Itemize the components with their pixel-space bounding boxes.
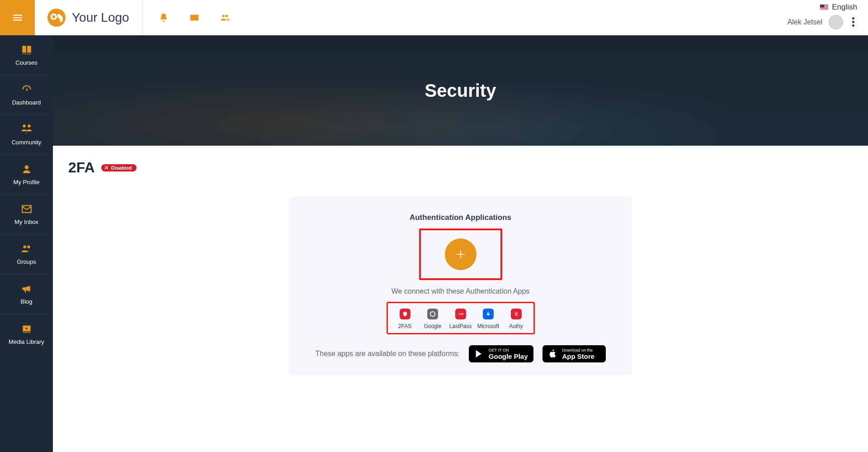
app-label: Google: [424, 323, 442, 329]
user-icon: [21, 163, 33, 175]
sidebar-item-label: Blog: [20, 298, 32, 305]
status-badge: Disabled: [101, 164, 137, 171]
megaphone-icon: [21, 283, 33, 295]
media-icon: [21, 323, 33, 335]
app-label: Microsoft: [477, 323, 500, 329]
plus-icon: [455, 248, 467, 260]
sidebar-item-label: Community: [12, 139, 42, 146]
top-right: English Alek Jetsel: [788, 3, 857, 29]
sidebar-item-label: Dashboard: [12, 99, 41, 106]
mail-icon[interactable]: [189, 13, 199, 23]
book-icon: [21, 44, 33, 56]
google-play-big: Google Play: [489, 353, 528, 360]
app-google: Google: [419, 309, 446, 329]
app-2fas: 2FAS: [392, 309, 419, 329]
app-label: 2FAS: [398, 323, 411, 329]
logo-text: Your Logo: [72, 10, 129, 25]
close-icon: [104, 165, 109, 171]
gauge-icon: [21, 84, 33, 95]
sidebar-item-groups[interactable]: Groups: [0, 234, 53, 274]
top-bar: Your Logo English Alek Jetsel: [0, 0, 868, 35]
app-label: Authy: [509, 323, 523, 329]
auth-apps-panel: Authentication Applications We connect w…: [289, 197, 632, 375]
platforms-row: These apps are available on these platfo…: [305, 345, 616, 362]
content: 2FA Disabled Authentication Applications…: [53, 146, 868, 452]
2fas-icon: [400, 309, 410, 319]
status-badge-label: Disabled: [111, 165, 132, 171]
app-lastpass: LastPass: [447, 309, 474, 329]
logo[interactable]: Your Logo: [35, 0, 142, 35]
sidebar-item-media-library[interactable]: Media Library: [0, 314, 53, 354]
lastpass-icon: [455, 309, 466, 319]
sidebar-item-label: My Profile: [14, 179, 40, 186]
svg-point-5: [460, 314, 461, 314]
sidebar-item-community[interactable]: Community: [0, 115, 53, 155]
more-menu-button[interactable]: [849, 14, 857, 29]
sidebar-item-label: My Inbox: [14, 219, 38, 225]
sidebar-item-label: Media Library: [9, 338, 44, 345]
google-play-button[interactable]: GET IT ON Google Play: [469, 345, 533, 362]
svg-point-2: [52, 15, 55, 18]
sidebar-item-inbox[interactable]: My Inbox: [0, 195, 53, 234]
app-store-button[interactable]: Download on the App Store: [542, 345, 606, 362]
user-name: Alek Jetsel: [788, 18, 822, 26]
microsoft-authenticator-icon: [483, 309, 494, 319]
supported-apps-list: 2FAS Google LastPass: [392, 309, 530, 329]
menu-toggle-button[interactable]: [0, 0, 35, 35]
user-menu: Alek Jetsel: [788, 14, 857, 29]
language-label: English: [832, 3, 857, 12]
google-play-icon: [474, 349, 484, 359]
avatar[interactable]: [829, 15, 843, 29]
sidebar-item-label: Courses: [15, 59, 37, 66]
app-authy: Authy: [503, 309, 530, 329]
group-icon: [21, 243, 33, 255]
svg-point-3: [430, 312, 435, 317]
page-title: Security: [425, 81, 496, 101]
app-microsoft: Microsoft: [475, 309, 502, 329]
people-icon[interactable]: [220, 13, 230, 23]
add-app-highlight: [419, 228, 502, 280]
sidebar-item-courses[interactable]: Courses: [0, 35, 53, 75]
language-switcher[interactable]: English: [820, 3, 857, 12]
platforms-text: These apps are available on these platfo…: [316, 350, 460, 358]
top-quick-actions: [142, 13, 230, 23]
hamburger-icon: [12, 12, 24, 24]
section-title: 2FA: [68, 159, 95, 176]
sidebar-item-profile[interactable]: My Profile: [0, 155, 53, 195]
app-store-big: App Store: [562, 353, 595, 360]
svg-point-4: [458, 314, 459, 314]
svg-point-6: [461, 314, 462, 314]
app-label: LastPass: [449, 323, 472, 329]
panel-heading: Authentication Applications: [305, 213, 616, 222]
hero-banner: Security: [53, 35, 868, 146]
logo-icon: [47, 9, 66, 27]
section-header: 2FA Disabled: [68, 159, 853, 176]
google-authenticator-icon: [427, 309, 438, 319]
us-flag-icon: [820, 5, 828, 10]
authy-icon: [511, 309, 522, 319]
sidebar-item-dashboard[interactable]: Dashboard: [0, 75, 53, 115]
svg-rect-7: [462, 313, 463, 315]
sidebar: Courses Dashboard Community My Profile M…: [0, 35, 53, 452]
connect-text: We connect with these Authentication App…: [305, 287, 616, 295]
supported-apps-highlight: 2FAS Google LastPass: [387, 302, 535, 334]
sidebar-item-blog[interactable]: Blog: [0, 274, 53, 314]
apple-icon: [548, 349, 558, 359]
inbox-icon: [21, 203, 33, 215]
svg-rect-8: [487, 314, 490, 315]
community-icon: [21, 124, 33, 135]
bell-icon[interactable]: [159, 13, 169, 23]
sidebar-item-label: Groups: [17, 258, 36, 265]
add-authenticator-button[interactable]: [445, 238, 476, 270]
